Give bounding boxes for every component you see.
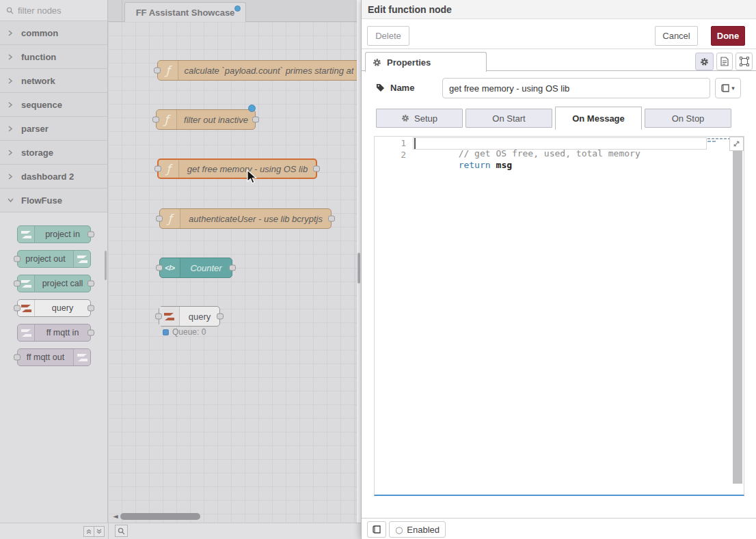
zoom-search-button[interactable]: [115, 525, 128, 537]
workspace-footer: [0, 523, 361, 539]
palette-category-parser[interactable]: parser: [0, 117, 107, 141]
palette-category-dashboard2[interactable]: dashboard 2: [0, 165, 107, 189]
node-calculate-primes[interactable]: ƒ calculate `payload.count` primes start…: [157, 60, 357, 81]
flow-changed-dot: [234, 5, 241, 12]
palette-category-common[interactable]: common: [0, 21, 107, 45]
code-editor[interactable]: 1 2 // get OS free, used, total memory r…: [374, 136, 744, 496]
input-port[interactable]: [155, 314, 162, 320]
input-port[interactable]: [154, 68, 161, 74]
editor-expand-button[interactable]: [729, 137, 744, 151]
chevron-right-icon: [8, 126, 14, 132]
node-library-button[interactable]: [367, 521, 386, 538]
edit-appearance-button[interactable]: [735, 53, 753, 70]
search-icon: [6, 7, 14, 14]
code-line-2: returnmsg: [416, 150, 512, 180]
canvas-horizontal-scrollbar[interactable]: ◄: [108, 511, 357, 523]
palette-sidebar: common function network sequence parser: [0, 0, 108, 523]
chevron-right-icon: [8, 150, 14, 156]
tray-tabrow: Properties: [362, 49, 756, 71]
node-get-free-memory[interactable]: ƒ get free memory - using OS lib: [157, 158, 317, 179]
output-port[interactable]: [229, 265, 236, 271]
palette-node-project-in[interactable]: project in: [17, 225, 91, 243]
mqtt-icon: [18, 324, 35, 341]
input-port[interactable]: [156, 216, 163, 222]
caret-down-icon: ▾: [731, 85, 735, 92]
input-port[interactable]: [14, 281, 21, 287]
palette-node-project-out[interactable]: project out: [17, 250, 91, 268]
palette-node-query[interactable]: query: [17, 299, 91, 317]
palette-node-ff-mqtt-in[interactable]: ff mqtt in: [17, 324, 91, 342]
chevron-right-icon: [8, 174, 14, 180]
editor-scrollbar[interactable]: [733, 137, 742, 484]
enabled-toggle-button[interactable]: ○ Enabled: [389, 521, 446, 538]
library-button[interactable]: ▾: [715, 78, 741, 98]
tab-on-message[interactable]: On Message: [555, 107, 642, 130]
palette-filter-input[interactable]: [18, 5, 93, 16]
mouse-cursor-icon: [247, 169, 257, 184]
magnifier-icon: [118, 527, 125, 535]
tab-on-stop[interactable]: On Stop: [645, 109, 731, 128]
code-icon: </>: [160, 258, 180, 277]
scroll-left-icon[interactable]: ◄: [113, 512, 118, 520]
chevron-right-icon: [8, 30, 14, 36]
output-port[interactable]: [87, 330, 94, 336]
node-query[interactable]: query: [159, 306, 220, 327]
input-port[interactable]: [14, 355, 21, 361]
palette-category-network[interactable]: network: [0, 69, 107, 93]
node-red-editor: common function network sequence parser: [0, 0, 756, 539]
name-row: Name ▾: [362, 78, 756, 98]
palette-collapse-all-button[interactable]: [83, 526, 94, 537]
edit-properties-button[interactable]: [695, 53, 714, 70]
input-port[interactable]: [154, 166, 161, 172]
palette-category-function[interactable]: function: [0, 45, 107, 69]
input-port[interactable]: [152, 117, 159, 123]
palette-category-storage[interactable]: storage: [0, 141, 107, 165]
edit-description-button[interactable]: [716, 53, 733, 70]
name-label: Name: [376, 83, 414, 93]
flow-tab[interactable]: FF Assistant Showcase: [124, 2, 246, 22]
name-input[interactable]: [442, 78, 710, 98]
node-authenticate-user[interactable]: ƒ authenticateUser - use lib bcryptjs: [159, 208, 332, 229]
palette-category-flowfuse[interactable]: FlowFuse: [0, 189, 107, 212]
input-port[interactable]: [156, 265, 163, 271]
status-dot: [163, 329, 169, 335]
palette-expand-all-button[interactable]: [94, 526, 105, 537]
vscroll-thumb[interactable]: [357, 253, 360, 284]
tray-title: Edit function node: [362, 0, 756, 19]
palette-category-sequence[interactable]: sequence: [0, 93, 107, 117]
palette-node-project-call[interactable]: project call: [17, 275, 91, 292]
output-port[interactable]: [87, 232, 94, 238]
output-port[interactable]: [252, 117, 259, 123]
input-port[interactable]: [14, 305, 21, 312]
palette-scrollbar[interactable]: [105, 251, 107, 280]
book-icon: [373, 525, 381, 534]
project-icon: [73, 251, 90, 267]
tag-icon: [376, 83, 385, 92]
function-icon: ƒ: [158, 61, 178, 80]
done-button[interactable]: Done: [711, 26, 745, 46]
gear-icon: [401, 114, 409, 122]
output-port[interactable]: [328, 216, 335, 222]
double-chevron-up-icon: [86, 529, 92, 534]
tab-setup[interactable]: Setup: [376, 109, 463, 128]
tab-properties[interactable]: Properties: [365, 52, 487, 72]
flow-canvas[interactable]: ƒ calculate `payload.count` primes start…: [108, 22, 357, 523]
double-chevron-down-icon: [96, 529, 102, 534]
node-counter[interactable]: </> Counter: [159, 258, 232, 278]
delete-button[interactable]: Delete: [367, 26, 409, 46]
expand-icon: [733, 140, 740, 148]
output-port[interactable]: [217, 314, 224, 320]
input-port[interactable]: [14, 256, 21, 262]
palette-search[interactable]: [0, 0, 107, 21]
output-port[interactable]: [87, 305, 94, 312]
cancel-button[interactable]: Cancel: [655, 26, 698, 46]
output-port[interactable]: [87, 281, 94, 287]
appearance-icon: [740, 57, 749, 66]
node-status: Queue: 0: [163, 327, 206, 337]
hscroll-thumb[interactable]: [120, 513, 200, 520]
tab-on-start[interactable]: On Start: [465, 109, 552, 128]
chevron-right-icon: [8, 54, 14, 60]
node-filter-out-inactive[interactable]: ƒ filter out inactive: [156, 109, 256, 130]
output-port[interactable]: [313, 166, 320, 172]
palette-node-ff-mqtt-out[interactable]: ff mqtt out: [17, 348, 91, 366]
